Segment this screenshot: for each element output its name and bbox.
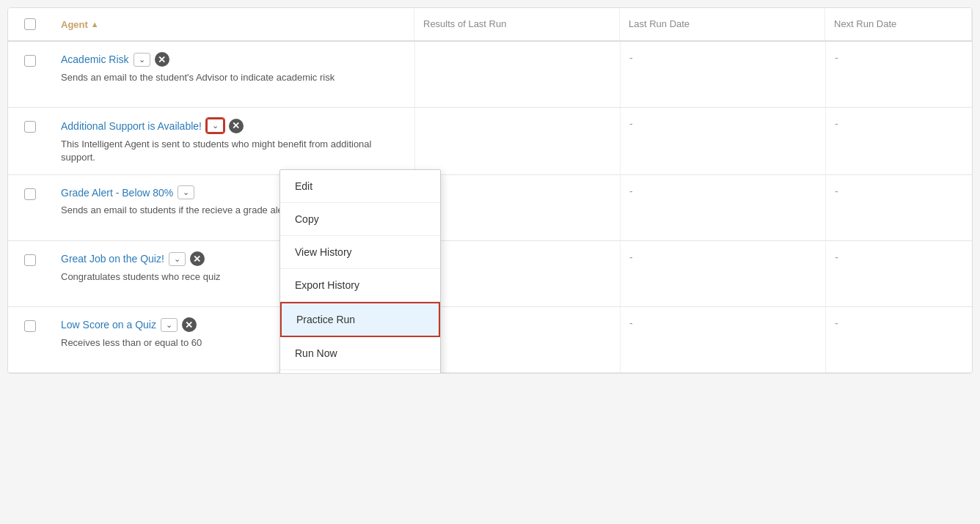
agent-delete-icon[interactable]: ✕ bbox=[190, 251, 205, 266]
menu-item-view-history[interactable]: View History bbox=[280, 236, 440, 269]
menu-item-copy[interactable]: Copy bbox=[280, 203, 440, 236]
menu-item-run-now[interactable]: Run Now bbox=[280, 337, 440, 370]
table-row: Low Score on a Quiz ⌄ ✕ Receives less th… bbox=[8, 307, 972, 373]
agent-delete-icon[interactable]: ✕ bbox=[155, 52, 169, 67]
agent-name-row: Academic Risk ⌄ ✕ bbox=[61, 52, 406, 67]
agent-cell: Academic Risk ⌄ ✕ Sends an email to the … bbox=[52, 42, 414, 107]
last-run-cell: - bbox=[620, 241, 825, 306]
header-results-label: Results of Last Run bbox=[423, 18, 506, 29]
agent-delete-icon[interactable]: ✕ bbox=[182, 317, 197, 332]
table-row: Additional Support is Available! ⌄ ✕ Thi… bbox=[8, 108, 972, 175]
results-cell bbox=[414, 241, 620, 306]
sort-asc-icon: ▲ bbox=[91, 20, 99, 29]
agent-cell: Additional Support is Available! ⌄ ✕ Thi… bbox=[52, 108, 414, 174]
agent-name-link[interactable]: Grade Alert - Below 80% bbox=[61, 187, 173, 199]
select-all-checkbox[interactable] bbox=[24, 18, 36, 30]
agent-description: Sends an email to the student's Advisor … bbox=[61, 71, 406, 84]
next-run-cell: - bbox=[825, 42, 972, 107]
agent-dropdown-button[interactable]: ⌄ bbox=[161, 318, 178, 332]
row-checkbox-cell bbox=[8, 108, 52, 174]
table-header: Agent ▲ Results of Last Run Last Run Dat… bbox=[8, 8, 972, 42]
row-checkbox-cell bbox=[8, 241, 52, 306]
agent-dropdown-button[interactable]: ⌄ bbox=[134, 53, 150, 67]
agent-name-link[interactable]: Great Job on the Quiz! bbox=[61, 253, 164, 265]
results-cell bbox=[414, 307, 620, 372]
agent-dropdown-button[interactable]: ⌄ bbox=[178, 185, 194, 199]
row-checkbox-cell bbox=[8, 307, 52, 372]
row-checkbox[interactable] bbox=[24, 254, 36, 266]
header-next-run-label: Next Run Date bbox=[834, 18, 896, 29]
agent-description: This Intelligent Agent is sent to studen… bbox=[61, 138, 406, 164]
header-checkbox-cell bbox=[8, 8, 52, 40]
row-checkbox-cell bbox=[8, 42, 52, 107]
menu-item-export-history[interactable]: Export History bbox=[280, 269, 440, 302]
header-last-run-label: Last Run Date bbox=[629, 18, 690, 29]
last-run-cell: - bbox=[620, 42, 825, 107]
menu-item-practice-run[interactable]: Practice Run bbox=[280, 302, 440, 337]
row-checkbox[interactable] bbox=[24, 188, 36, 200]
agent-name-link[interactable]: Low Score on a Quiz bbox=[61, 319, 156, 331]
agent-name-row: Additional Support is Available! ⌄ ✕ bbox=[61, 118, 406, 133]
agent-name-link[interactable]: Academic Risk bbox=[61, 53, 129, 65]
agent-dropdown-button-active[interactable]: ⌄ bbox=[206, 118, 224, 133]
last-run-cell: - bbox=[620, 307, 825, 372]
table-row: Great Job on the Quiz! ⌄ ✕ Congratulates… bbox=[8, 241, 972, 307]
header-last-run: Last Run Date bbox=[620, 8, 825, 40]
results-cell bbox=[414, 175, 620, 240]
header-agent: Agent ▲ bbox=[52, 8, 414, 40]
results-cell bbox=[414, 42, 620, 107]
next-run-cell: - bbox=[825, 175, 972, 240]
row-checkbox-cell bbox=[8, 175, 52, 240]
dropdown-menu: Edit Copy View History Export History Pr… bbox=[279, 169, 441, 374]
last-run-cell: - bbox=[620, 108, 825, 174]
agent-delete-icon[interactable]: ✕ bbox=[229, 119, 244, 133]
table-row: Academic Risk ⌄ ✕ Sends an email to the … bbox=[8, 42, 972, 108]
header-results: Results of Last Run bbox=[414, 8, 620, 40]
row-checkbox[interactable] bbox=[24, 55, 36, 67]
agent-dropdown-button[interactable]: ⌄ bbox=[169, 252, 186, 266]
table-row: Grade Alert - Below 80% ⌄ Sends an email… bbox=[8, 175, 972, 241]
menu-item-edit[interactable]: Edit bbox=[280, 170, 440, 203]
row-checkbox[interactable] bbox=[24, 320, 36, 332]
next-run-cell: - bbox=[825, 108, 972, 174]
menu-item-delete[interactable]: Delete bbox=[280, 370, 440, 374]
header-agent-label: Agent bbox=[61, 19, 88, 30]
agents-table: Agent ▲ Results of Last Run Last Run Dat… bbox=[7, 7, 973, 374]
next-run-cell: - bbox=[825, 307, 972, 372]
next-run-cell: - bbox=[825, 241, 972, 306]
last-run-cell: - bbox=[620, 175, 825, 240]
agent-name-link[interactable]: Additional Support is Available! bbox=[61, 120, 202, 132]
results-cell bbox=[414, 108, 620, 174]
header-next-run: Next Run Date bbox=[825, 8, 972, 40]
row-checkbox[interactable] bbox=[24, 121, 36, 133]
